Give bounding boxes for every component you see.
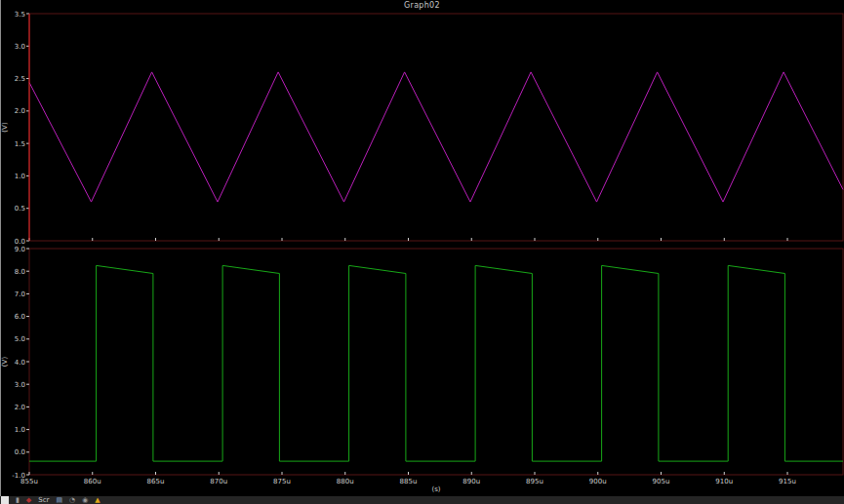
y-tick-label: 9.0	[15, 246, 25, 253]
y-tick-label: 0.0	[15, 238, 25, 246]
y-tick-label: 0.0	[15, 448, 25, 456]
warning-icon[interactable]: ▲	[95, 496, 100, 504]
taskbar-corner-button[interactable]	[1, 496, 9, 504]
x-tick-label: 860u	[84, 478, 101, 485]
scr-label[interactable]: Scr	[38, 496, 49, 504]
triangle-wave-trace	[29, 72, 843, 202]
x-tick-label: 870u	[210, 478, 227, 485]
graph-canvas: 0.00.51.01.52.02.53.03.5(V)-1.00.01.02.0…	[0, 0, 844, 496]
x-tick-label: 905u	[653, 478, 670, 485]
y-tick-label: 3.0	[15, 43, 25, 51]
logo-icon[interactable]: ◆	[26, 496, 31, 504]
y-tick-label: 1.0	[15, 173, 25, 180]
square-wave-trace	[29, 265, 843, 461]
y-tick-label: 6.0	[15, 313, 25, 321]
x-tick-label: 890u	[462, 478, 480, 485]
square-panel-y-axis-label: (V)	[1, 357, 9, 368]
triangle-panel-y-axis-label: (V)	[1, 122, 9, 133]
x-axis-label: (s)	[431, 485, 440, 493]
x-tick-label: 910u	[715, 478, 733, 485]
y-tick-label: 1.5	[15, 140, 25, 148]
x-tick-label: 900u	[589, 478, 607, 485]
y-tick-label: 7.0	[15, 291, 25, 298]
y-tick-label: 0.5	[15, 205, 25, 213]
y-tick-label: 2.0	[15, 404, 25, 411]
y-tick-label: 1.0	[15, 426, 25, 434]
x-tick-label: 885u	[400, 478, 418, 485]
x-tick-label: 895u	[526, 478, 543, 485]
taskbar[interactable]: ▮◆Scr▤◔◉▲	[0, 496, 844, 504]
y-tick-label: 5.0	[15, 335, 25, 343]
x-tick-label: 880u	[337, 478, 354, 485]
square-panel-border	[29, 249, 843, 475]
y-tick-label: 2.5	[15, 75, 25, 83]
x-tick-label: 915u	[779, 478, 796, 485]
y-tick-label: 2.0	[15, 107, 25, 115]
x-tick-label: 865u	[147, 478, 165, 485]
app-window-icon[interactable]: ▮	[16, 496, 20, 504]
y-tick-label: 3.5	[15, 11, 25, 19]
clock-icon[interactable]: ◔	[69, 496, 75, 504]
info-icon[interactable]: ◉	[82, 496, 88, 504]
x-tick-label: 855u	[20, 478, 38, 485]
y-tick-label: 3.0	[15, 381, 25, 389]
x-tick-label: 875u	[273, 478, 291, 485]
save-icon[interactable]: ▤	[56, 496, 62, 504]
triangle-panel-border	[29, 14, 843, 241]
y-tick-label: 4.0	[15, 359, 25, 367]
y-tick-label: 8.0	[15, 268, 25, 276]
